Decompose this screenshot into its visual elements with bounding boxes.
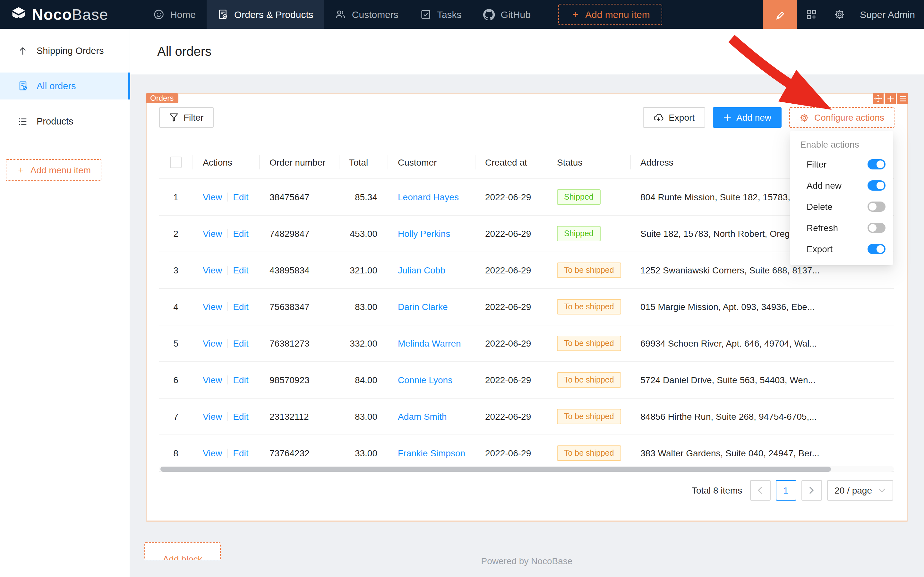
next-page-button[interactable]: [801, 480, 822, 501]
sidebar-add-menu-item-button[interactable]: ＋ Add menu item: [6, 159, 101, 181]
view-link[interactable]: View: [203, 375, 222, 385]
status-cell: To be shipped: [547, 336, 630, 351]
filter-button[interactable]: Filter: [159, 107, 214, 128]
customer-link[interactable]: Connie Lyons: [398, 375, 452, 385]
customer-link[interactable]: Frankie Simpson: [398, 448, 465, 458]
menu-item-customers[interactable]: Customers: [324, 0, 409, 29]
plus-icon[interactable]: [885, 93, 896, 104]
sidebar: Shipping Orders All orders Products: [0, 29, 130, 577]
sidebar-item-label: Shipping Orders: [37, 45, 104, 56]
customer-link[interactable]: Adam Smith: [398, 411, 447, 422]
created-at-cell: 2022-06-29: [475, 301, 547, 312]
view-link[interactable]: View: [203, 265, 222, 276]
menu-item-refresh[interactable]: Refresh: [790, 217, 893, 238]
drag-icon[interactable]: [872, 93, 884, 104]
filter-toggle[interactable]: [868, 159, 885, 169]
view-link[interactable]: View: [203, 301, 222, 312]
ui-editor-button[interactable]: [763, 0, 797, 29]
menu-item-delete[interactable]: Delete: [790, 196, 893, 217]
gear-icon: [800, 113, 809, 122]
add-new-toggle[interactable]: [868, 180, 885, 190]
status-cell: To be shipped: [547, 409, 630, 424]
delete-toggle[interactable]: [868, 201, 885, 211]
customer-link[interactable]: Julian Cobb: [398, 265, 445, 276]
configure-actions-button[interactable]: Configure actions: [789, 107, 895, 128]
customer-cell: Connie Lyons: [388, 375, 475, 385]
menu-item-tasks[interactable]: Tasks: [409, 0, 473, 29]
select-all-checkbox[interactable]: [170, 156, 182, 168]
plus-icon: [723, 113, 731, 122]
table-toolbar: Filter Export: [159, 107, 895, 128]
edit-link[interactable]: Edit: [233, 411, 248, 422]
navbar-add-menu-item-button[interactable]: ＋ Add menu item: [558, 4, 662, 25]
address-cell: 84856 Hirthe Run, Suite 268, 94754-6705,…: [630, 411, 894, 422]
menu-item-export[interactable]: Export: [790, 238, 893, 259]
menu-item-label: GitHub: [501, 9, 531, 20]
divider: [227, 302, 228, 311]
customer-cell: Melinda Warren: [388, 338, 475, 348]
export-toggle[interactable]: [868, 243, 885, 254]
menu-item-github[interactable]: GitHub: [473, 0, 542, 29]
view-link[interactable]: View: [203, 229, 222, 239]
menu-item-add-new[interactable]: Add new: [790, 174, 893, 196]
export-button[interactable]: Export: [643, 107, 705, 128]
column-header-status: Status: [547, 146, 630, 179]
edit-link[interactable]: Edit: [233, 229, 248, 239]
order-number-cell: 38475647: [259, 192, 339, 202]
user-menu[interactable]: Super Admin: [853, 9, 924, 20]
edit-link[interactable]: Edit: [233, 301, 248, 312]
created-at-cell: 2022-06-29: [475, 338, 547, 348]
address-cell: 69934 Schoen River, Apt. 646, 49704, Wal…: [630, 338, 894, 348]
status-cell: To be shipped: [547, 299, 630, 314]
table-row: 1 ViewEdit 38475647 85.34 Leonard Hayes …: [159, 179, 894, 216]
table-row: 7 ViewEdit 23132112 83.00 Adam Smith 202…: [159, 398, 894, 435]
sidebar-item-shipping-orders[interactable]: Shipping Orders: [0, 37, 130, 64]
edit-link[interactable]: Edit: [233, 265, 248, 276]
customer-link[interactable]: Melinda Warren: [398, 338, 461, 348]
menu-item-orders-products[interactable]: Orders & Products: [207, 0, 324, 29]
add-new-button[interactable]: Add new: [713, 107, 782, 128]
created-at-cell: 2022-06-29: [475, 192, 547, 202]
block-collection-tag: Orders: [146, 93, 178, 103]
menu-item-label: Tasks: [437, 9, 462, 20]
scrollbar-thumb[interactable]: [160, 466, 831, 471]
prev-page-button[interactable]: [750, 480, 770, 501]
highlighter-icon: [774, 8, 786, 21]
edit-link[interactable]: Edit: [233, 448, 248, 458]
view-link[interactable]: View: [203, 192, 222, 202]
view-link[interactable]: View: [203, 411, 222, 422]
edit-link[interactable]: Edit: [233, 338, 248, 348]
plugins-button[interactable]: [797, 0, 825, 29]
sidebar-item-all-orders[interactable]: All orders: [0, 73, 130, 100]
menu-item-home[interactable]: Home: [142, 0, 207, 29]
status-badge: To be shipped: [557, 263, 621, 278]
created-at-cell: 2022-06-29: [475, 375, 547, 385]
total-cell: 84.00: [339, 375, 388, 385]
brand-logo[interactable]: NocoBase: [0, 0, 130, 29]
view-link[interactable]: View: [203, 338, 222, 348]
customer-link[interactable]: Leonard Hayes: [398, 192, 459, 202]
customer-link[interactable]: Holly Perkins: [398, 229, 450, 239]
table-row: 6 ViewEdit 98570923 84.00 Connie Lyons 2…: [159, 362, 894, 398]
order-number-cell: 73764232: [259, 448, 339, 458]
status-badge: To be shipped: [557, 372, 621, 388]
total-cell: 83.00: [339, 411, 388, 422]
view-link[interactable]: View: [203, 448, 222, 458]
page-size-select[interactable]: 20 / page: [827, 480, 893, 501]
customer-link[interactable]: Darin Clarke: [398, 301, 448, 312]
total-cell: 453.00: [339, 229, 388, 239]
dropdown-group-title: Enable actions: [790, 134, 893, 153]
menu-icon[interactable]: [897, 93, 908, 104]
edit-link[interactable]: Edit: [233, 192, 248, 202]
sidebar-item-products[interactable]: Products: [0, 108, 130, 135]
menu-item-filter[interactable]: Filter: [790, 153, 893, 174]
settings-button[interactable]: [825, 0, 853, 29]
page-number-button[interactable]: 1: [776, 480, 796, 501]
row-actions: ViewEdit: [193, 375, 259, 385]
sidebar-item-label: All orders: [37, 81, 76, 91]
configure-actions-dropdown: Enable actions Filter Add new Delete Ref…: [790, 131, 893, 265]
refresh-toggle[interactable]: [868, 222, 885, 233]
orders-table: Actions Order number Total Customer Crea…: [159, 146, 894, 472]
edit-link[interactable]: Edit: [233, 375, 248, 385]
row-index: 3: [159, 265, 193, 276]
